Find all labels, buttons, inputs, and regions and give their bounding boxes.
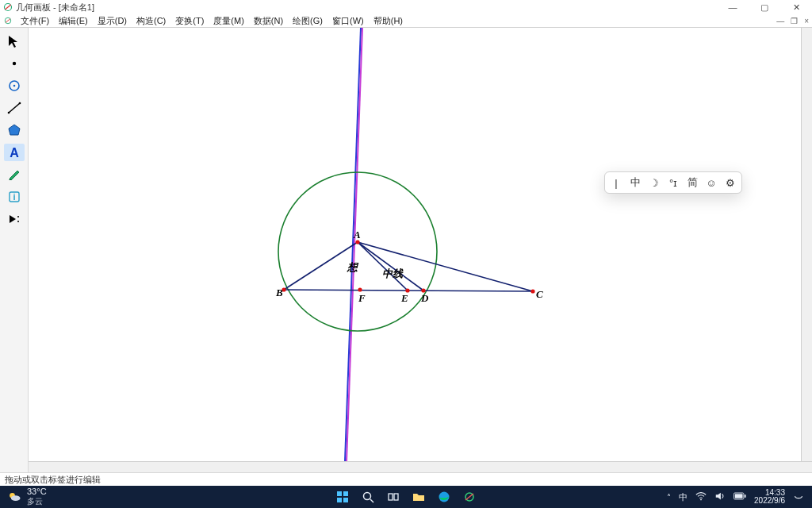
svg-point-6 [13, 85, 15, 87]
taskbar-search[interactable] [360, 489, 376, 505]
info-icon: i [6, 190, 22, 204]
menu-graph[interactable]: 绘图(G) [288, 15, 327, 27]
taskbar-left[interactable]: 33°C 多云 [0, 487, 47, 507]
svg-rect-25 [394, 494, 398, 500]
scrollbar-vertical[interactable] [801, 28, 812, 461]
segment-AD[interactable] [358, 242, 423, 291]
search-icon [362, 491, 374, 503]
svg-point-29 [700, 499, 702, 501]
menu-window[interactable]: 窗口(W) [327, 15, 369, 27]
menu-measure[interactable]: 度量(M) [209, 15, 249, 27]
svg-marker-10 [9, 125, 20, 135]
circle-A[interactable] [278, 172, 437, 331]
point-icon [6, 56, 22, 71]
status-text: 拖动或双击标签进行编辑 [5, 474, 101, 486]
weather-desc: 多云 [27, 496, 47, 507]
annotation-median[interactable]: 中线 [382, 267, 404, 279]
geometry-drawing: A B C D E F 想 中线 [29, 28, 801, 461]
menu-transform[interactable]: 变换(T) [170, 15, 209, 27]
sketch-canvas[interactable]: A B C D E F 想 中线 [29, 28, 812, 472]
label-C[interactable]: C [536, 288, 543, 300]
tray-lang[interactable]: 中 [679, 491, 688, 503]
label-F[interactable]: F [358, 292, 366, 304]
label-A[interactable]: A [353, 229, 361, 241]
ime-settings-icon[interactable]: ⚙ [724, 177, 737, 189]
label-E[interactable]: E [400, 292, 408, 304]
ime-punct-toggle[interactable]: °ɪ [667, 177, 680, 189]
bell-icon [793, 491, 804, 502]
window-maximize-button[interactable]: ▢ [749, 0, 780, 14]
point-C[interactable] [530, 289, 534, 293]
svg-line-3 [6, 19, 10, 23]
svg-line-23 [370, 499, 373, 502]
volume-icon [714, 491, 726, 502]
annotation-jiao[interactable]: 想 [347, 261, 359, 273]
ime-toolbar[interactable]: | 中 ☽ °ɪ 简 ☺ ⚙ [604, 171, 742, 194]
app-icon [3, 2, 13, 12]
label-D[interactable]: D [420, 292, 429, 304]
tray-wifi-icon[interactable] [695, 491, 707, 503]
svg-line-1 [5, 5, 11, 10]
point-F[interactable] [358, 287, 362, 291]
toolbox: A i [0, 28, 29, 472]
window-minimize-button[interactable]: — [717, 0, 749, 14]
menubar: 文件(F) 编辑(E) 显示(D) 构造(C) 变换(T) 度量(M) 数据(N… [0, 14, 812, 28]
taskbar-taskview[interactable] [385, 489, 401, 505]
taskbar-explorer[interactable] [411, 489, 427, 505]
mdi-close-button[interactable]: × [801, 17, 812, 25]
svg-line-7 [9, 103, 20, 113]
mdi-minimize-button[interactable]: — [773, 17, 787, 25]
tool-information[interactable]: i [4, 188, 25, 206]
svg-text:i: i [13, 192, 15, 202]
arrow-icon [6, 34, 22, 48]
scrollbar-horizontal[interactable] [29, 461, 812, 472]
point-A[interactable] [355, 240, 359, 244]
menu-edit[interactable]: 编辑(E) [54, 15, 93, 27]
ime-emoji-icon[interactable]: ☺ [705, 177, 718, 189]
menu-help[interactable]: 帮助(H) [369, 15, 408, 27]
tool-compass[interactable] [4, 77, 25, 94]
gsp-icon [463, 491, 476, 503]
svg-rect-21 [343, 498, 348, 502]
text-icon: A [6, 145, 22, 160]
ime-simplified-toggle[interactable]: 简 [686, 175, 699, 190]
mdi-restore-button[interactable]: ❐ [787, 17, 801, 25]
tool-polygon[interactable] [4, 121, 25, 139]
ime-mode-icon[interactable]: | [610, 177, 622, 189]
taskbar-edge[interactable] [436, 489, 452, 505]
tool-arrow[interactable] [4, 33, 25, 50]
wifi-icon [695, 491, 707, 502]
ime-moon-icon[interactable]: ☽ [648, 177, 661, 189]
menu-construct[interactable]: 构造(C) [132, 15, 170, 27]
taskbar-app-gsp[interactable] [462, 489, 477, 505]
tray-notifications-icon[interactable] [793, 491, 804, 503]
tool-custom[interactable] [4, 210, 25, 228]
statusbar: 拖动或双击标签进行编辑 [0, 472, 812, 486]
tray-clock[interactable]: 14:33 2022/9/6 [754, 489, 785, 506]
tool-straightedge[interactable] [4, 99, 25, 117]
svg-point-26 [439, 492, 450, 502]
custom-tool-icon [6, 212, 22, 226]
tool-text[interactable]: A [4, 144, 25, 161]
tray-volume-icon[interactable] [714, 491, 726, 503]
window-close-button[interactable]: ✕ [780, 0, 812, 14]
ime-lang-toggle[interactable]: 中 [629, 175, 642, 190]
svg-point-4 [12, 62, 15, 65]
svg-point-8 [7, 112, 10, 114]
start-button[interactable] [335, 489, 350, 505]
tool-marker[interactable] [4, 166, 25, 183]
taskbar: 33°C 多云 ˄ 中 [0, 486, 812, 508]
main-area: A i [0, 28, 812, 472]
weather-icon [6, 489, 22, 505]
menu-data[interactable]: 数据(N) [249, 15, 288, 27]
tray-battery-icon[interactable] [733, 492, 746, 502]
taskbar-center [335, 489, 477, 505]
tray-chevron-up-icon[interactable]: ˄ [667, 493, 671, 502]
tool-point[interactable] [4, 55, 25, 72]
polygon-icon [6, 123, 22, 137]
svg-rect-20 [337, 498, 342, 502]
window-title: 几何画板 - [未命名1] [16, 2, 94, 13]
menu-file[interactable]: 文件(F) [16, 15, 54, 27]
menu-display[interactable]: 显示(D) [93, 15, 132, 27]
label-B[interactable]: B [275, 287, 283, 298]
